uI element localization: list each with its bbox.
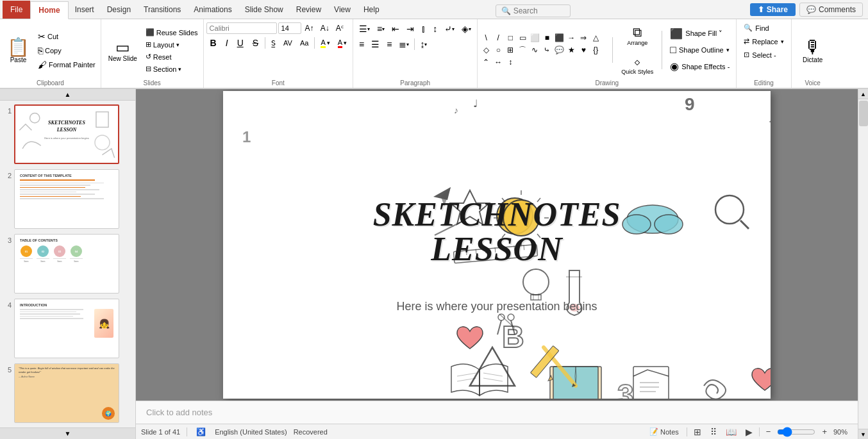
convert-smartart-button[interactable]: ◈▾	[458, 22, 474, 36]
reset-button[interactable]: ↺ Reset	[143, 51, 201, 62]
slide-thumb-3[interactable]: TABLE OF CONTENTS 01 Item	[14, 234, 119, 294]
tab-home[interactable]: Home	[30, 1, 68, 19]
tab-review[interactable]: Review	[290, 1, 328, 19]
slide-item[interactable]: 5 "This is a quote. Begin full of wisdom…	[3, 363, 133, 423]
shape-triangle-icon[interactable]: △	[590, 32, 601, 44]
tab-animations[interactable]: Animations	[187, 1, 238, 19]
arrange-button[interactable]: ⧉ Arrange	[617, 22, 658, 49]
bullets-button[interactable]: ☰▾	[356, 22, 373, 36]
search-input[interactable]	[513, 6, 565, 15]
align-right-button[interactable]: ≡	[383, 37, 395, 51]
copy-button[interactable]: ⎘ Copy	[35, 44, 98, 57]
slide-thumb-5[interactable]: "This is a quote. Begin full of wisdom t…	[14, 363, 119, 423]
tab-slideshow[interactable]: Slide Show	[238, 1, 290, 19]
format-painter-button[interactable]: 🖌 Format Painter	[35, 58, 98, 71]
text-shadow-button[interactable]: S̲	[268, 37, 279, 49]
shape-brace-icon[interactable]: ⌃	[480, 56, 492, 68]
shape-rect-icon[interactable]: □	[505, 32, 516, 44]
shape-callout-icon[interactable]: 💬	[553, 44, 565, 56]
change-case-button[interactable]: Aa	[297, 37, 312, 49]
tab-transitions[interactable]: Transitions	[137, 1, 187, 19]
replace-button[interactable]: ⇄ Replace ▾	[739, 35, 788, 47]
tab-help[interactable]: Help	[357, 1, 386, 19]
increase-font-button[interactable]: A↑	[303, 22, 317, 35]
align-center-button[interactable]: ☰	[368, 37, 383, 51]
bold-button[interactable]: B	[206, 36, 221, 50]
scroll-up-right-button[interactable]: ▲	[858, 89, 868, 99]
notes-bar[interactable]: Click to add notes	[136, 401, 858, 424]
font-name-input[interactable]	[206, 22, 277, 34]
slide-subtitle[interactable]: Here is where your presentation begins	[396, 300, 597, 313]
char-spacing-button[interactable]: AV	[280, 37, 296, 49]
underline-button[interactable]: U	[233, 36, 247, 50]
shape-rounded-rect-icon[interactable]: ▭	[517, 32, 528, 44]
tab-file[interactable]: File	[3, 1, 30, 19]
tab-view[interactable]: View	[328, 1, 357, 19]
slide-thumb-1[interactable]: SKETCHNOTES LESSON Here is where your pr…	[14, 104, 119, 164]
select-button[interactable]: ⊡ Select -	[739, 49, 788, 61]
shape-arrow-icon[interactable]: →	[565, 32, 577, 44]
slide-sorter-button[interactable]: ⠿	[708, 426, 719, 438]
numbering-button[interactable]: ≡▾	[374, 22, 388, 36]
paste-button[interactable]: 📋 Paste	[3, 35, 34, 67]
slide-item[interactable]: 4 INTRODUCTION	[3, 299, 133, 358]
slide-title[interactable]: SKETCHNOTES LESSON	[373, 197, 621, 267]
new-slide-button[interactable]: ▭ New Slide	[104, 37, 142, 65]
shape-curve-icon[interactable]: ⌒	[517, 44, 528, 56]
paragraph-spacing-button[interactable]: ↨▾	[417, 37, 430, 51]
decrease-font-button[interactable]: A↓	[318, 22, 332, 35]
normal-view-button[interactable]: ⊞	[691, 426, 704, 438]
tab-insert[interactable]: Insert	[69, 1, 101, 19]
zoom-in-button[interactable]: +	[819, 426, 830, 437]
reuse-slides-button[interactable]: ⬛ Reuse Slides	[143, 27, 201, 38]
line-spacing-button[interactable]: ↕	[430, 22, 440, 36]
shape-more-icon[interactable]: ⊞	[505, 44, 516, 56]
shape-right-arrow-icon[interactable]: ⇒	[578, 32, 589, 44]
increase-indent-button[interactable]: ⇥	[403, 22, 417, 36]
scroll-up-button[interactable]: ▲	[0, 89, 135, 101]
font-color-button[interactable]: A▾	[335, 37, 350, 50]
accessibility-icon[interactable]: ♿	[194, 427, 208, 437]
justify-button[interactable]: ≣▾	[396, 37, 412, 51]
zoom-slider[interactable]	[777, 428, 815, 436]
text-direction-button[interactable]: ⤶▾	[441, 22, 458, 36]
shape-fill-button[interactable]: ⬛ Shape Fill ˅	[666, 26, 733, 42]
shape-snip-icon[interactable]: ⬜	[529, 32, 540, 44]
shape-outline-button[interactable]: □ Shape Outline ▾	[666, 42, 733, 58]
text-highlight-button[interactable]: A▾	[317, 37, 333, 50]
main-slide[interactable]: ♩ ♪ ♫ 9 1	[223, 91, 771, 399]
find-button[interactable]: 🔍 Find	[739, 22, 788, 34]
dictate-button[interactable]: 🎙 Dictate	[797, 35, 829, 67]
section-button[interactable]: ⊟ Section ▾	[143, 63, 201, 74]
scroll-down-button[interactable]: ▼	[0, 427, 135, 439]
decrease-indent-button[interactable]: ⇤	[388, 22, 403, 36]
shape-effects-button[interactable]: ◉ Shape Effects -	[666, 58, 733, 74]
zoom-out-button[interactable]: −	[764, 426, 774, 437]
quick-styles-button[interactable]: ⬦ Quick Styles	[617, 51, 658, 78]
strikethrough-button[interactable]: S	[249, 36, 262, 50]
slide-item[interactable]: 1 SKETCHNOTES LESSON	[3, 104, 133, 164]
shape-oval-icon[interactable]: ○	[492, 44, 504, 56]
shape-bracket-icon[interactable]: {}	[590, 44, 601, 56]
notes-toggle-button[interactable]: 📝 Notes	[646, 427, 683, 436]
columns-button[interactable]: ⫿	[418, 22, 429, 36]
reading-view-button[interactable]: 📖	[723, 426, 739, 438]
clear-format-button[interactable]: Aᶜ	[333, 22, 346, 35]
layout-button[interactable]: ⊞ Layout ▾	[143, 39, 201, 50]
slide-item[interactable]: 2 CONTENT OF THIS TEMPLATE	[3, 169, 133, 229]
shape-line-icon[interactable]: \	[480, 32, 492, 44]
tab-design[interactable]: Design	[101, 1, 137, 19]
shape-diagonal-icon[interactable]: /	[492, 32, 504, 44]
comments-button[interactable]: 💬 Comments	[799, 3, 863, 17]
slide-thumb-4[interactable]: INTRODUCTION 👧	[14, 299, 119, 358]
share-button[interactable]: ⬆ Share	[750, 3, 796, 16]
shape-star-icon[interactable]: ★	[565, 44, 577, 56]
font-size-input[interactable]	[278, 22, 301, 34]
shape-square-icon[interactable]: ■	[541, 32, 553, 44]
shape-extra-icon[interactable]: ↕	[505, 56, 516, 68]
shape-freeform-icon[interactable]: ⤷	[541, 44, 553, 56]
shape-heart-icon[interactable]: ♥	[578, 44, 589, 56]
scroll-down-right-button[interactable]: ▼	[858, 429, 868, 439]
shape-diamond-icon[interactable]: ◇	[480, 44, 492, 56]
align-left-button[interactable]: ≡	[356, 37, 367, 51]
